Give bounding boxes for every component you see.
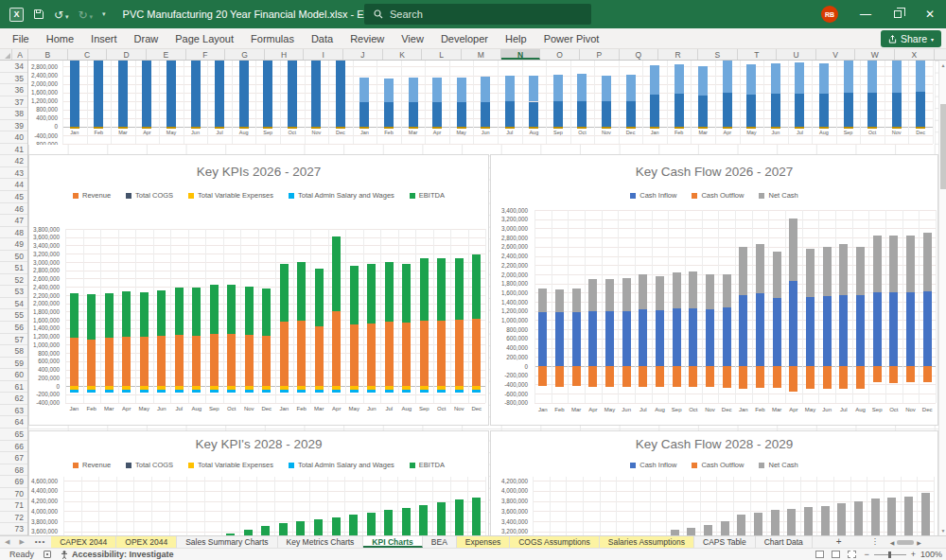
- column-header-M[interactable]: M: [462, 49, 501, 60]
- menu-tab-draw[interactable]: Draw: [126, 28, 167, 49]
- horizontal-scrollbar[interactable]: ◀ ▶: [890, 536, 921, 548]
- hscroll-left-icon[interactable]: ◀: [890, 539, 895, 546]
- row-header-40[interactable]: 40: [0, 131, 27, 144]
- row-header-48[interactable]: 48: [0, 227, 27, 239]
- menu-tab-developer[interactable]: Developer: [432, 28, 497, 49]
- search-box[interactable]: Search: [364, 4, 591, 25]
- macro-record-button[interactable]: [44, 551, 51, 558]
- column-header-X[interactable]: X: [895, 49, 935, 60]
- menu-tab-power-pivot[interactable]: Power Pivot: [535, 28, 608, 49]
- column-header-B[interactable]: B: [28, 49, 68, 60]
- zoom-level[interactable]: 100%: [920, 550, 942, 559]
- zoom-slider[interactable]: [874, 554, 906, 555]
- row-header-70[interactable]: 70: [0, 488, 27, 500]
- row-header-41[interactable]: 41: [0, 144, 27, 156]
- row-header-35[interactable]: 35: [0, 73, 27, 85]
- column-header-D[interactable]: D: [107, 49, 147, 60]
- row-header-68[interactable]: 68: [0, 464, 27, 477]
- sheet-tab-opex-2044[interactable]: OPEX 2044: [116, 536, 177, 548]
- menu-tab-formulas[interactable]: Formulas: [242, 28, 303, 49]
- column-header-V[interactable]: V: [816, 49, 856, 60]
- column-header-E[interactable]: E: [147, 49, 186, 60]
- sheet-tab-caps-table[interactable]: CAPS Table: [694, 536, 756, 548]
- sheet-tab-kpi-charts[interactable]: KPI Charts: [363, 536, 422, 548]
- row-header-69[interactable]: 69: [0, 476, 27, 488]
- row-header-66[interactable]: 66: [0, 441, 27, 453]
- row-header-38[interactable]: 38: [0, 108, 27, 120]
- row-header-39[interactable]: 39: [0, 120, 27, 132]
- column-header-S[interactable]: S: [698, 49, 738, 60]
- row-header-46[interactable]: 46: [0, 203, 27, 216]
- row-header-62[interactable]: 62: [0, 393, 27, 405]
- column-header-C[interactable]: C: [68, 49, 108, 60]
- row-header-49[interactable]: 49: [0, 238, 27, 251]
- tab-scroll-left-icon[interactable]: ◀: [0, 536, 14, 548]
- restore-button[interactable]: [882, 0, 914, 28]
- zoom-slider-thumb[interactable]: [888, 551, 891, 558]
- page-layout-view-icon[interactable]: [832, 551, 840, 558]
- row-header-45[interactable]: 45: [0, 191, 27, 203]
- cashflow-2026-2027-chart[interactable]: Key Cash Flow 2026 - 2027Cash InflowCash…: [490, 154, 938, 426]
- tab-scroll-right-icon[interactable]: ▶: [14, 536, 28, 548]
- row-header-71[interactable]: 71: [0, 499, 27, 512]
- redo-button[interactable]: ↻ ▾: [79, 6, 94, 23]
- close-button[interactable]: ✕: [914, 0, 946, 28]
- page-break-view-icon[interactable]: [848, 551, 856, 558]
- vertical-scrollbar[interactable]: ▲ ▼: [938, 61, 946, 535]
- sheet-tab-bea[interactable]: BEA: [423, 536, 457, 548]
- horizontal-scroll-thumb[interactable]: [897, 540, 914, 545]
- menu-tab-page-layout[interactable]: Page Layout: [166, 28, 242, 49]
- column-header-U[interactable]: U: [777, 49, 816, 60]
- menu-tab-home[interactable]: Home: [38, 28, 82, 49]
- row-header-63[interactable]: 63: [0, 405, 27, 417]
- column-header-A[interactable]: A: [12, 49, 28, 60]
- excel-app-icon[interactable]: X: [9, 8, 24, 22]
- sheet-tab-expenses[interactable]: Expenses: [457, 536, 510, 548]
- row-header-37[interactable]: 37: [0, 96, 27, 109]
- menu-tab-review[interactable]: Review: [342, 28, 393, 49]
- select-all-corner[interactable]: [0, 49, 12, 60]
- kpi-2026-2027-chart[interactable]: Key KPIs 2026 - 2027RevenueTotal COGSTot…: [28, 154, 489, 426]
- column-header-F[interactable]: F: [186, 49, 226, 60]
- zoom-in-icon[interactable]: +: [911, 550, 916, 559]
- menu-tab-file[interactable]: File: [4, 28, 38, 49]
- row-header-34[interactable]: 34: [0, 61, 27, 73]
- row-header-55[interactable]: 55: [0, 309, 27, 322]
- row-header-54[interactable]: 54: [0, 298, 27, 310]
- row-header-51[interactable]: 51: [0, 262, 27, 274]
- tabbar-kebab-icon[interactable]: ⋮: [866, 536, 885, 548]
- column-header-W[interactable]: W: [855, 49, 895, 60]
- row-header-64[interactable]: 64: [0, 416, 27, 429]
- row-header-73[interactable]: 73: [0, 523, 27, 535]
- row-header-36[interactable]: 36: [0, 84, 27, 96]
- row-header-65[interactable]: 65: [0, 429, 27, 441]
- customize-qat-caret-icon[interactable]: ▾: [102, 10, 106, 18]
- undo-button[interactable]: ↺ ▾: [54, 6, 69, 23]
- row-header-60[interactable]: 60: [0, 369, 27, 381]
- menu-tab-data[interactable]: Data: [303, 28, 342, 49]
- normal-view-icon[interactable]: [815, 551, 824, 558]
- hscroll-right-icon[interactable]: ▶: [917, 539, 921, 546]
- sheet-tab-chart-data[interactable]: Chart Data: [756, 536, 813, 548]
- monthly-trend-chart[interactable]: 2,800,0002,400,0002,000,0001,600,0001,20…: [28, 61, 935, 145]
- row-header-42[interactable]: 42: [0, 155, 27, 167]
- row-header-58[interactable]: 58: [0, 345, 27, 358]
- sheet-tab-cogs-assumptions[interactable]: COGS Assumptions: [510, 536, 600, 548]
- column-header-O[interactable]: O: [540, 49, 580, 60]
- account-avatar[interactable]: RB: [821, 6, 838, 23]
- column-header-K[interactable]: K: [383, 49, 423, 60]
- column-header-J[interactable]: J: [343, 49, 383, 60]
- column-header-R[interactable]: R: [658, 49, 698, 60]
- row-header-52[interactable]: 52: [0, 274, 27, 287]
- share-button[interactable]: Share ▾: [881, 30, 941, 47]
- minimize-button[interactable]: —: [850, 0, 882, 28]
- menu-tab-insert[interactable]: Insert: [82, 28, 126, 49]
- save-icon[interactable]: [33, 9, 44, 20]
- row-header-56[interactable]: 56: [0, 322, 27, 334]
- column-header-Q[interactable]: Q: [620, 49, 659, 60]
- tab-overflow-dots[interactable]: •••: [29, 536, 51, 548]
- row-header-44[interactable]: 44: [0, 179, 27, 191]
- scroll-up-icon[interactable]: ▲: [939, 62, 946, 68]
- menu-tab-view[interactable]: View: [393, 28, 432, 49]
- column-header-H[interactable]: H: [265, 49, 305, 60]
